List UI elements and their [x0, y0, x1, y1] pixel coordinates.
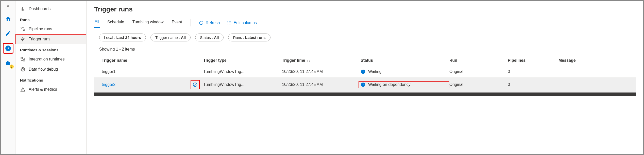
svg-rect-4 [21, 57, 23, 59]
edit-columns-label: Edit columns [233, 21, 257, 25]
home-icon [5, 16, 11, 22]
cell-pipelines: 0 [508, 69, 558, 74]
table-row[interactable]: trigger2 TumblingWindowTrig... 10/23/20,… [94, 78, 636, 92]
edit-icon [5, 30, 11, 37]
sidebar-label: Dashboards [29, 7, 50, 11]
columns-icon [227, 21, 231, 25]
sidebar-label: Alerts & metrics [29, 87, 57, 92]
dashboard-icon [20, 6, 26, 11]
showing-count: Showing 1 - 2 items [94, 47, 636, 52]
rail-home[interactable] [4, 14, 13, 23]
dataflow-icon [20, 67, 26, 72]
cell-status: Waiting [361, 69, 449, 74]
tab-event[interactable]: Event [171, 18, 183, 27]
cell-trigger-time: 10/23/20, 11:27:45 AM [282, 69, 361, 74]
filter-pills: Local : Last 24 hours Trigger name : All… [94, 34, 636, 41]
waiting-icon [361, 82, 366, 87]
page-title: Trigger runs [94, 5, 636, 13]
alert-icon [20, 87, 26, 92]
sidebar-trigger-runs[interactable]: Trigger runs [15, 34, 86, 44]
collapse-rail-icon[interactable]: » [7, 3, 9, 9]
pipeline-icon [20, 26, 26, 32]
refresh-label: Refresh [206, 21, 220, 25]
refresh-button[interactable]: Refresh [199, 21, 220, 25]
cell-run: Original [449, 69, 508, 74]
tab-all[interactable]: All [94, 18, 100, 28]
cell-trigger-type: TumblingWindowTrig... [203, 82, 282, 87]
svg-point-3 [24, 30, 25, 31]
cell-status: Waiting on dependency [359, 81, 449, 88]
edit-columns-button[interactable]: Edit columns [227, 21, 257, 25]
cell-trigger-type: TumblingWindowTrig... [203, 69, 282, 74]
sidebar-section-runs: Runs [15, 14, 86, 24]
filter-runs[interactable]: Runs : Latest runs [228, 34, 270, 41]
svg-point-1 [7, 48, 8, 49]
rail-manage[interactable]: 2 [4, 58, 13, 68]
cancel-trigger-button[interactable] [191, 81, 199, 89]
cell-pipelines: 0 [508, 82, 558, 87]
filter-trigger-name[interactable]: Trigger name : All [150, 34, 191, 41]
waiting-icon [361, 69, 366, 74]
table-header: Trigger name Trigger type Trigger time↑↓… [94, 55, 636, 66]
filter-time[interactable]: Local : Last 24 hours [99, 34, 146, 41]
sidebar-section-runtimes: Runtimes & sessions [15, 44, 86, 54]
sidebar: Dashboards Runs Pipeline runs Trigger ru… [15, 1, 87, 154]
col-run[interactable]: Run [449, 58, 508, 63]
svg-point-2 [21, 27, 22, 28]
cell-run: Original [449, 82, 508, 87]
cancel-icon [193, 82, 198, 87]
col-trigger-name[interactable]: Trigger name [102, 58, 203, 63]
integration-icon [20, 57, 26, 62]
sidebar-data-flow-debug[interactable]: Data flow debug [15, 64, 86, 74]
col-status[interactable]: Status [361, 58, 449, 63]
filter-status[interactable]: Status : All [195, 34, 224, 41]
col-trigger-type[interactable]: Trigger type [203, 58, 282, 63]
svg-point-7 [22, 69, 24, 70]
rail-badge: 2 [10, 65, 14, 69]
sort-icon: ↑↓ [307, 58, 310, 63]
divider [191, 19, 191, 26]
col-pipelines[interactable]: Pipelines [508, 58, 558, 63]
tab-schedule[interactable]: Schedule [107, 18, 125, 27]
col-message[interactable]: Message [558, 58, 624, 63]
runs-table: Trigger name Trigger type Trigger time↑↓… [94, 55, 636, 150]
rail-monitor[interactable] [4, 44, 13, 53]
trigger-icon [20, 37, 26, 42]
sidebar-section-notifications: Notifications [15, 74, 86, 84]
svg-rect-5 [23, 60, 25, 61]
sidebar-label: Trigger runs [29, 37, 50, 41]
left-rail: » 2 [1, 1, 15, 154]
horizontal-scrollbar[interactable] [94, 92, 636, 96]
sidebar-alerts-metrics[interactable]: Alerts & metrics [15, 84, 86, 95]
sidebar-integration-runtimes[interactable]: Integration runtimes [15, 54, 86, 64]
sidebar-label: Integration runtimes [29, 57, 64, 61]
cell-trigger-name: trigger2 [102, 81, 203, 89]
sidebar-pipeline-runs[interactable]: Pipeline runs [15, 24, 86, 34]
table-row[interactable]: trigger1 TumblingWindowTrig... 10/23/20,… [94, 66, 636, 78]
sidebar-label: Data flow debug [29, 67, 58, 72]
cell-trigger-name: trigger1 [102, 69, 203, 74]
tab-tumbling-window[interactable]: Tumbling window [132, 18, 164, 27]
rail-author[interactable] [4, 29, 13, 38]
main-content: Trigger runs All Schedule Tumbling windo… [87, 1, 643, 154]
monitor-icon [5, 45, 11, 52]
col-trigger-time[interactable]: Trigger time↑↓ [282, 58, 361, 63]
sidebar-label: Pipeline runs [29, 27, 52, 31]
trigger-link[interactable]: trigger2 [102, 82, 115, 87]
refresh-icon [199, 21, 204, 25]
sidebar-dashboards[interactable]: Dashboards [15, 4, 86, 14]
cell-trigger-time: 10/23/20, 11:27:45 AM [282, 82, 361, 87]
tabs-row: All Schedule Tumbling window Event Refre… [94, 18, 636, 28]
